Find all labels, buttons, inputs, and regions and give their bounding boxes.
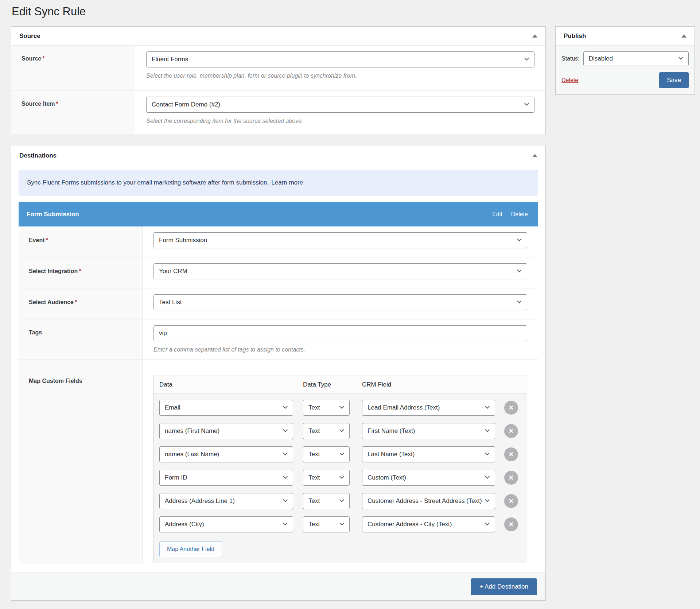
feed-title: Form Submission	[27, 211, 79, 218]
data-type-select[interactable]: Text	[303, 400, 350, 416]
tags-row: Tags Enter a comma-separated list of tag…	[19, 319, 538, 360]
mapping-row: Address (Address Line 1) Text Customer A…	[154, 493, 527, 509]
crm-field-select[interactable]: Lead Email Address (Text)	[362, 400, 495, 416]
column-header-data: Data	[159, 381, 303, 388]
audience-label: Select Audience*	[19, 288, 143, 319]
map-fields-row: Map Custom Fields Data Data Type CRM Fie…	[19, 360, 538, 564]
remove-mapping-button[interactable]: ×	[504, 401, 518, 415]
chevron-down-icon	[283, 474, 288, 479]
event-select[interactable]: Form Submission	[153, 232, 527, 248]
required-marker: *	[75, 299, 77, 305]
source-row: Source* Fluent Forms Select the user rol…	[11, 46, 545, 91]
destination-feed: Form Submission Edit Delete Event* Form …	[19, 202, 538, 564]
chevron-down-icon	[517, 268, 522, 272]
destinations-panel: Destinations Sync Fluent Forms submissio…	[11, 146, 546, 601]
feed-edit-link[interactable]: Edit	[492, 211, 502, 218]
learn-more-link[interactable]: Learn more	[271, 179, 303, 186]
data-select[interactable]: names (First Name)	[159, 423, 293, 439]
audience-row: Select Audience* Test List	[19, 288, 538, 319]
map-fields-label: Map Custom Fields	[19, 360, 143, 564]
remove-mapping-button[interactable]: ×	[504, 471, 518, 485]
collapse-icon[interactable]	[532, 34, 537, 38]
remove-icon: ×	[509, 497, 514, 505]
publish-panel: Publish Status: Disabled Delete Save	[555, 26, 695, 95]
feed-header: Form Submission Edit Delete	[19, 202, 538, 226]
mapping-row: Email Text Lead Email Address (Text) ×	[154, 400, 527, 416]
publish-panel-header: Publish	[556, 27, 695, 46]
crm-field-select[interactable]: First Name (Text)	[362, 423, 495, 439]
crm-field-select[interactable]: Customer Address - City (Text)	[362, 516, 495, 532]
integration-select[interactable]: Your CRM	[153, 263, 527, 279]
source-item-select[interactable]: Contact Form Demo (#2)	[146, 97, 534, 113]
chevron-down-icon	[283, 497, 288, 502]
data-select[interactable]: Email	[159, 400, 293, 416]
event-label: Event*	[19, 226, 143, 257]
collapse-icon[interactable]	[681, 34, 687, 38]
source-select[interactable]: Fluent Forms	[146, 51, 534, 67]
chevron-down-icon	[283, 451, 288, 455]
field-mapping-table: Data Data Type CRM Field Email Text Lead…	[153, 376, 527, 563]
chevron-down-icon	[517, 299, 522, 303]
data-type-select[interactable]: Text	[303, 446, 350, 462]
remove-icon: ×	[509, 404, 514, 412]
chevron-down-icon	[339, 497, 344, 502]
chevron-down-icon	[339, 521, 344, 525]
crm-field-select[interactable]: Custom (Text)	[362, 470, 495, 486]
data-select[interactable]: names (Last Name)	[159, 446, 293, 462]
source-item-help-text: Select the corresponding item for the so…	[146, 118, 534, 124]
mapping-table-header: Data Data Type CRM Field	[154, 376, 527, 394]
data-type-select[interactable]: Text	[303, 423, 350, 439]
collapse-icon[interactable]	[532, 154, 537, 157]
chevron-down-icon	[485, 451, 490, 455]
chevron-down-icon	[283, 404, 288, 409]
remove-mapping-button[interactable]: ×	[504, 424, 518, 438]
column-header-crm-field: CRM Field	[362, 381, 521, 388]
data-type-select[interactable]: Text	[303, 493, 350, 509]
source-panel-title: Source	[19, 32, 40, 40]
sync-info-notice: Sync Fluent Forms submissions to your em…	[19, 170, 538, 195]
chevron-down-icon	[283, 521, 288, 525]
required-marker: *	[46, 237, 48, 243]
data-select[interactable]: Address (City)	[159, 516, 293, 532]
mapping-row: names (Last Name) Text Last Name (Text) …	[154, 446, 527, 462]
tags-input[interactable]	[153, 325, 527, 341]
mapping-row: names (First Name) Text First Name (Text…	[154, 423, 527, 439]
crm-field-select[interactable]: Last Name (Text)	[362, 446, 495, 462]
tags-label: Tags	[19, 319, 143, 359]
chevron-down-icon	[339, 451, 344, 455]
save-button[interactable]: Save	[659, 72, 689, 88]
map-another-field-button[interactable]: Map Another Field	[159, 541, 222, 557]
chevron-down-icon	[283, 427, 288, 432]
integration-label: Select Integration*	[19, 257, 143, 288]
remove-mapping-button[interactable]: ×	[504, 494, 518, 508]
crm-field-select[interactable]: Customer Address - Street Address (Text)	[362, 493, 495, 509]
feed-delete-link[interactable]: Delete	[511, 211, 528, 218]
event-row: Event* Form Submission	[19, 226, 538, 257]
remove-mapping-button[interactable]: ×	[504, 517, 518, 531]
column-header-data-type: Data Type	[303, 381, 362, 388]
data-select[interactable]: Form ID	[159, 470, 293, 486]
add-destination-button[interactable]: + Add Destination	[471, 578, 537, 595]
data-type-select[interactable]: Text	[303, 470, 350, 486]
chevron-down-icon	[485, 521, 490, 525]
remove-mapping-button[interactable]: ×	[504, 447, 518, 461]
status-select[interactable]: Disabled	[583, 51, 689, 66]
chevron-down-icon	[485, 474, 490, 479]
audience-select[interactable]: Test List	[153, 294, 527, 310]
publish-panel-title: Publish	[564, 32, 586, 40]
data-select[interactable]: Address (Address Line 1)	[159, 493, 293, 509]
required-marker: *	[56, 101, 58, 107]
destinations-footer: + Add Destination	[11, 573, 545, 600]
source-help-text: Select the user role, membership plan, f…	[146, 73, 534, 79]
remove-icon: ×	[509, 520, 514, 528]
remove-icon: ×	[509, 427, 514, 435]
chevron-down-icon	[339, 427, 344, 432]
page-title: Edit Sync Rule	[12, 5, 86, 18]
data-type-select[interactable]: Text	[303, 516, 350, 532]
required-marker: *	[42, 55, 44, 62]
source-panel: Source Source* Fluent Forms Select the u…	[11, 26, 546, 134]
delete-rule-link[interactable]: Delete	[561, 77, 578, 84]
chevron-down-icon	[339, 404, 344, 409]
status-label: Status:	[561, 55, 580, 62]
required-marker: *	[79, 268, 81, 274]
